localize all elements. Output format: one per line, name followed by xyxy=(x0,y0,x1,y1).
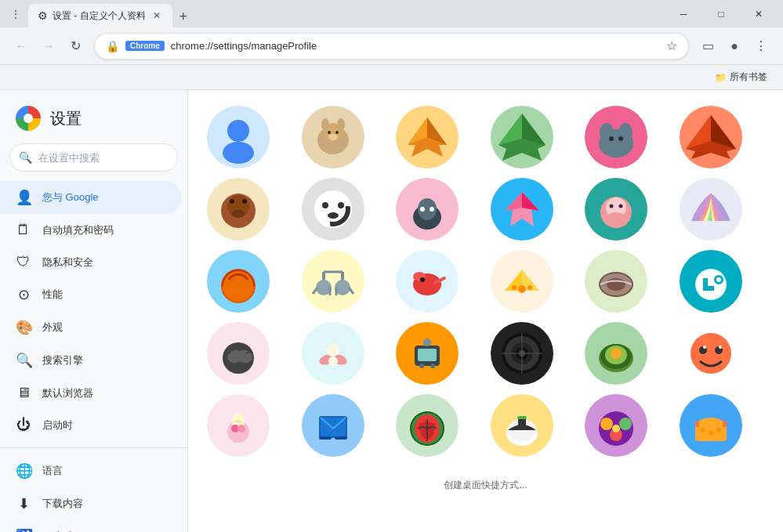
sidebar-item-download[interactable]: ⬇ 下载内容 xyxy=(0,487,181,520)
svg-marker-39 xyxy=(505,192,522,211)
sidebar-header: 设置 xyxy=(0,96,187,143)
avatar-penguin[interactable] xyxy=(396,178,459,241)
svg-point-120 xyxy=(612,425,620,432)
avatar-cheese[interactable] xyxy=(491,250,553,313)
sidebar-item-startup[interactable]: ⏻ 启动时 xyxy=(0,409,181,441)
all-bookmarks-item[interactable]: 📁 所有书签 xyxy=(709,67,774,87)
svg-point-62 xyxy=(527,285,532,290)
bookmark-star-icon[interactable]: ☆ xyxy=(666,38,677,53)
tab-list-button[interactable]: ⋮ xyxy=(6,5,25,24)
svg-point-60 xyxy=(518,285,526,293)
chrome-logo-icon xyxy=(16,106,41,131)
search-icon: 🔍 xyxy=(19,151,32,164)
titlebar: ⋮ ⚙ 设置 - 自定义个人资料 ✕ + ─ □ ✕ xyxy=(0,0,783,27)
avatar-camera[interactable] xyxy=(396,322,459,385)
omnibox[interactable]: 🔒 Chrome chrome://settings/manageProfile… xyxy=(94,33,689,60)
search-engine-icon: 🔍 xyxy=(16,352,31,369)
sidebar-item-google[interactable]: 👤 您与 Google xyxy=(0,181,181,214)
svg-point-67 xyxy=(697,270,725,299)
minimize-button[interactable]: ─ xyxy=(665,0,701,27)
svg-point-32 xyxy=(338,202,344,208)
sidebar-item-autofill[interactable]: 🗒 自动填充和密码 xyxy=(0,214,181,246)
avatar-sushi-roll[interactable] xyxy=(680,250,742,313)
avatar-onigiri[interactable] xyxy=(491,394,553,457)
profile-button[interactable]: ● xyxy=(722,34,747,59)
active-tab[interactable]: ⚙ 设置 - 自定义个人资料 ✕ xyxy=(28,4,172,27)
svg-point-78 xyxy=(328,356,338,366)
svg-point-27 xyxy=(232,210,245,218)
svg-point-8 xyxy=(328,134,338,140)
sidebar-item-privacy[interactable]: 🛡 隐私和安全 xyxy=(0,246,181,278)
avatar-avocado[interactable] xyxy=(585,322,647,385)
window-controls: ─ □ ✕ xyxy=(665,0,777,27)
avatar-origami-rainbow[interactable] xyxy=(680,178,742,241)
svg-point-84 xyxy=(430,364,435,368)
svg-point-18 xyxy=(609,136,614,141)
svg-point-100 xyxy=(719,346,722,349)
svg-point-7 xyxy=(335,131,339,134)
avatar-football[interactable] xyxy=(585,250,647,313)
avatar-origami-bird-green[interactable] xyxy=(491,106,553,168)
avatar-toast[interactable] xyxy=(680,394,742,457)
avatar-sushi[interactable] xyxy=(302,322,364,385)
sidebar-item-label: 启动时 xyxy=(42,418,73,432)
tab-close-button[interactable]: ✕ xyxy=(150,9,163,22)
search-input[interactable] xyxy=(9,143,178,172)
svg-point-104 xyxy=(237,425,245,432)
appearance-icon: 🎨 xyxy=(16,319,31,336)
sidebar-item-appearance[interactable]: 🎨 外观 xyxy=(0,311,181,344)
avatar-elephant[interactable] xyxy=(585,106,647,168)
all-bookmarks-label: 所有书签 xyxy=(730,71,767,84)
avatar-smile[interactable] xyxy=(680,322,742,385)
menu-button[interactable]: ⋮ xyxy=(749,34,774,59)
chrome-badge[interactable]: Chrome xyxy=(125,41,165,51)
main-layout: 设置 🔍 👤 您与 Google 🗒 自动填充和密码 🛡 隐私和安全 ⊙ 性能 … xyxy=(0,90,783,532)
avatar-panda[interactable] xyxy=(302,178,364,241)
avatar-cat[interactable] xyxy=(302,106,364,168)
privacy-icon: 🛡 xyxy=(16,254,31,270)
avatar-rabbit[interactable] xyxy=(585,178,647,241)
svg-rect-114 xyxy=(518,418,526,430)
sidebar-item-label: 外观 xyxy=(42,320,63,335)
avatar-origami-pink[interactable] xyxy=(491,178,553,241)
sidebar-item-label: 语言 xyxy=(42,464,63,478)
sidebar-item-default-browser[interactable]: 🖥 默认浏览器 xyxy=(0,377,181,409)
avatar-person[interactable] xyxy=(207,106,270,168)
tab-title: 设置 - 自定义个人资料 xyxy=(53,9,146,23)
sidebar-item-label: 下载内容 xyxy=(42,497,83,511)
avatar-puzzle[interactable] xyxy=(302,394,364,457)
sidebar-item-language[interactable]: 🌐 语言 xyxy=(0,454,181,487)
sidebar-item-performance[interactable]: ⊙ 性能 xyxy=(0,278,181,311)
sidebar-item-search[interactable]: 🔍 搜索引擎 xyxy=(0,344,181,377)
svg-point-19 xyxy=(618,136,623,141)
avatar-sunglasses[interactable] xyxy=(207,322,270,385)
bookmarks-bar: 📁 所有书签 xyxy=(0,65,783,90)
svg-point-124 xyxy=(701,428,705,432)
svg-point-77 xyxy=(327,344,339,356)
avatar-origami-fox[interactable] xyxy=(396,106,459,168)
sidebar-button[interactable]: ▭ xyxy=(695,34,720,59)
new-tab-button[interactable]: + xyxy=(172,5,194,27)
reload-button[interactable]: ↻ xyxy=(63,34,88,59)
avatar-watermelon[interactable] xyxy=(396,394,459,457)
avatar-vinyl[interactable] xyxy=(491,322,553,385)
content-area: 创建桌面快捷方式... xyxy=(188,90,783,532)
svg-point-125 xyxy=(709,431,713,436)
avatar-icecream[interactable] xyxy=(207,394,270,457)
back-button[interactable]: ← xyxy=(9,34,34,59)
close-button[interactable]: ✕ xyxy=(741,0,777,27)
avatar-pizza[interactable] xyxy=(585,394,647,457)
toolbar-buttons: ▭ ● ⋮ xyxy=(695,34,774,59)
maximize-button[interactable]: □ xyxy=(703,0,739,27)
forward-button[interactable]: → xyxy=(36,34,61,59)
svg-point-33 xyxy=(328,212,339,219)
avatar-origami-orange[interactable] xyxy=(680,106,742,168)
avatar-bird-red[interactable] xyxy=(396,250,459,313)
avatar-monkey[interactable] xyxy=(207,178,270,241)
avatar-basketball[interactable] xyxy=(207,250,270,313)
sidebar: 设置 🔍 👤 您与 Google 🗒 自动填充和密码 🛡 隐私和安全 ⊙ 性能 … xyxy=(0,90,188,532)
avatar-bike[interactable] xyxy=(302,250,364,313)
svg-point-6 xyxy=(328,131,331,134)
svg-point-99 xyxy=(703,346,706,349)
sidebar-item-accessibility[interactable]: ♿ 无障碍 xyxy=(0,520,181,532)
